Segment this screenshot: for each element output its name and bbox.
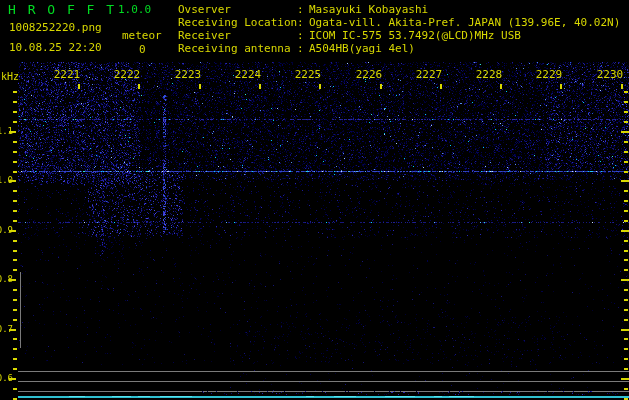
info-label: Receiver (178, 29, 297, 42)
time-tick-label: 2227 (416, 68, 443, 81)
freq-tick-label: 1.0 (0, 175, 13, 185)
freq-tick-label: 0.8 (0, 274, 13, 284)
time-tick-label: 2228 (476, 68, 503, 81)
station-info-block: Ovserver:Masayuki KobayashiReceiving Loc… (178, 3, 620, 55)
observation-datetime: 10.08.25 22:20 (9, 41, 102, 54)
station-info-row: Receiving antenna:A504HB(yagi 4el) (178, 42, 620, 55)
freq-tick-label: 0.6 (0, 373, 13, 383)
freq-tick-label: 0.7 (0, 324, 13, 334)
info-label: Receiving Location (178, 16, 297, 29)
time-tick-label: 2224 (235, 68, 262, 81)
info-colon: : (297, 29, 309, 42)
meteor-count-label: meteor (122, 29, 162, 42)
time-tick-label: 2225 (295, 68, 322, 81)
time-tick-label: 2226 (356, 68, 383, 81)
time-tick-label: 2222 (114, 68, 141, 81)
info-label: Receiving antenna (178, 42, 297, 55)
info-colon: : (297, 42, 309, 55)
time-tick-label: 2221 (54, 68, 81, 81)
info-label: Ovserver (178, 3, 297, 16)
station-info-row: Ovserver:Masayuki Kobayashi (178, 3, 620, 16)
hrofft-spectrogram-image: H R O F F T 1.0.0 1008252220.png 10.08.2… (0, 0, 629, 400)
info-colon: : (297, 3, 309, 16)
info-value: ICOM IC-575 53.7492(@LCD)MHz USB (309, 29, 521, 42)
station-info-row: Receiver:ICOM IC-575 53.7492(@LCD)MHz US… (178, 29, 620, 42)
meteor-count-value: 0 (139, 43, 146, 56)
time-tick-label: 2230 (597, 68, 624, 81)
info-value: A504HB(yagi 4el) (309, 42, 415, 55)
app-version: 1.0.0 (118, 3, 151, 16)
spectrogram-canvas (0, 0, 629, 400)
freq-tick-label: 0.9 (0, 225, 13, 235)
time-tick-label: 2229 (536, 68, 563, 81)
app-title: H R O F F T (8, 2, 116, 17)
info-colon: : (297, 16, 309, 29)
station-info-row: Receiving Location:Ogata-vill. Akita-Pre… (178, 16, 620, 29)
frequency-unit-label: kHz (1, 71, 19, 82)
output-filename: 1008252220.png (9, 21, 102, 34)
freq-tick-label: 1.1 (0, 126, 13, 136)
info-value: Ogata-vill. Akita-Pref. JAPAN (139.96E, … (309, 16, 620, 29)
time-tick-label: 2223 (175, 68, 202, 81)
info-value: Masayuki Kobayashi (309, 3, 428, 16)
